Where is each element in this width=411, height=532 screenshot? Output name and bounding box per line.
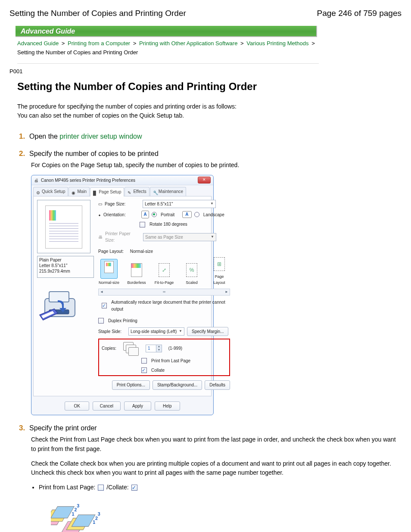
dialog-body: Plain Paper Letter 8.5"x11" 215.9x279.4m…	[33, 196, 212, 396]
duplex-checkbox[interactable]	[98, 318, 104, 324]
apply-button[interactable]: Apply	[124, 401, 151, 411]
thumb-label: Borderless	[126, 280, 147, 286]
checkbox-label: Collate	[151, 367, 165, 374]
breadcrumb-current: Setting the Number of Copies and Printin…	[17, 49, 138, 56]
divider	[17, 63, 319, 64]
pagesetup-icon: ▉	[93, 190, 97, 194]
step-title: Open the printer driver setup window	[29, 133, 142, 140]
layout-borderless[interactable]: Borderless	[126, 263, 147, 286]
step-number: 3.	[19, 424, 25, 432]
page-size-select[interactable]: Letter 8.5"x11" ▼	[143, 200, 216, 208]
quicksetup-icon: ⚙	[36, 190, 40, 194]
orientation-label: Orientation:	[103, 212, 139, 218]
checkbox-label: Automatically reduce large document that…	[111, 299, 230, 312]
svg-rect-13	[72, 515, 95, 526]
svg-text:1: 1	[93, 520, 95, 525]
page-preview	[37, 200, 90, 253]
copies-icon	[123, 342, 140, 355]
svg-text:2: 2	[74, 507, 77, 512]
breadcrumb-sep: >	[240, 40, 244, 47]
checkbox-unchecked-icon	[98, 485, 104, 491]
copies-value: 1	[148, 345, 150, 352]
breadcrumb-link[interactable]: Printing from a Computer	[68, 40, 130, 47]
thumb-label: Normal-size	[98, 280, 120, 286]
tab-effects[interactable]: ✎Effects	[125, 187, 149, 196]
printer-driver-link[interactable]: printer driver setup window	[59, 133, 142, 140]
help-button[interactable]: Help	[155, 401, 180, 411]
cancel-button[interactable]: Cancel	[93, 401, 121, 411]
layout-scaled[interactable]: % Scaled	[181, 263, 202, 286]
auto-reduce-checkbox[interactable]	[102, 303, 107, 308]
stamp-background-button[interactable]: Stamp/Background...	[153, 380, 202, 390]
copies-label: Copies:	[102, 345, 121, 352]
dialog-footer: OK Cancel Apply Help	[31, 398, 213, 415]
svg-text:2: 2	[95, 515, 98, 520]
svg-text:3: 3	[98, 511, 100, 516]
step-title: Specify the print order	[29, 424, 97, 432]
collate-illustration: 3 2 1 3 2 1	[51, 497, 109, 532]
specify-margin-button[interactable]: Specify Margin...	[187, 327, 228, 336]
effects-icon: ✎	[128, 190, 132, 194]
checkbox-checked-icon	[131, 485, 137, 491]
step-para: Check the Collate check box when you are…	[31, 459, 402, 478]
select-value: Same as Page Size	[145, 234, 183, 241]
page-title: Setting the Number of Copies and Printin…	[17, 81, 402, 93]
preferences-dialog: 🖨 Canon MP495 series Printer Printing Pr…	[31, 175, 214, 415]
layout-normal[interactable]: Normal-size	[98, 259, 120, 286]
close-button[interactable]: ✕	[198, 177, 211, 184]
intro-line: The procedure for specifying the number …	[17, 102, 402, 111]
portrait-radio[interactable]	[152, 212, 157, 217]
tab-maintenance[interactable]: 🔧Maintenance	[150, 187, 186, 196]
breadcrumb-sep: >	[62, 40, 65, 47]
layout-thumbs: Normal-size Borderless ⤢ Fit-to-Page	[98, 257, 230, 286]
print-last-page-checkbox[interactable]	[141, 358, 147, 364]
landscape-icon: A	[182, 211, 192, 218]
printer-paper-select: Same as Page Size ▼	[143, 233, 216, 242]
dialog-titlebar: 🖨 Canon MP495 series Printer Printing Pr…	[31, 175, 213, 185]
page-layout-value: Normal-size	[130, 248, 153, 255]
copies-spinner[interactable]: 1 ▲▼	[146, 345, 162, 352]
copies-range: (1-999)	[168, 345, 182, 352]
tab-page-setup[interactable]: ▉Page Setup	[90, 187, 124, 196]
step-text: Open the	[29, 133, 59, 140]
orient-icon: ⬥	[98, 212, 101, 218]
breadcrumb-link[interactable]: Advanced Guide	[17, 40, 59, 47]
breadcrumb-link[interactable]: Various Printing Methods	[246, 40, 308, 47]
list-item: Print from Last Page: /Collate: 3	[39, 483, 402, 532]
caption-line: Plain Paper	[39, 257, 92, 263]
doc-header-title: Setting the Number of Copies and Printin…	[9, 9, 186, 18]
maintenance-icon: 🔧	[153, 190, 157, 194]
breadcrumb-link[interactable]: Printing with Other Application Software	[139, 40, 237, 47]
collate-checkbox[interactable]	[141, 367, 147, 373]
page-counter: Page 246 of 759 pages	[317, 9, 402, 18]
print-options-button[interactable]: Print Options...	[112, 380, 150, 390]
layout-fit[interactable]: ⤢ Fit-to-Page	[153, 263, 175, 286]
landscape-radio[interactable]	[194, 212, 199, 217]
tab-main[interactable]: ◉Main	[68, 187, 90, 196]
tab-label: Main	[77, 188, 87, 195]
intro-line: You can also set the number of copies on…	[17, 111, 402, 120]
dialog-title: Canon MP495 series Printer Printing Pref…	[41, 177, 135, 184]
staple-select[interactable]: Long-side stapling (Left) ▼	[128, 327, 184, 336]
dropdown-icon: ▼	[211, 234, 214, 240]
bullet-text: Print from Last Page:	[39, 484, 97, 491]
page-size-label: Page Size:	[105, 201, 140, 208]
radio-label: Landscape	[203, 212, 224, 218]
preview-caption: Plain Paper Letter 8.5"x11" 215.9x279.4m…	[37, 256, 94, 278]
printer-paper-label: Printer Paper Size:	[105, 230, 140, 244]
checkbox-label: Duplex Printing	[108, 317, 137, 324]
tab-quick-setup[interactable]: ⚙Quick Setup	[33, 187, 68, 196]
step-title: Specify the number of copies to be print…	[29, 150, 159, 157]
rotate-180-checkbox[interactable]	[140, 222, 145, 227]
defaults-button[interactable]: Defaults	[205, 380, 230, 390]
select-value: Letter 8.5"x11"	[145, 201, 173, 208]
svg-text:1: 1	[72, 511, 75, 516]
layout-scrollbar[interactable]: ◄═►	[98, 289, 230, 296]
breadcrumb-sep: >	[133, 40, 137, 47]
tab-label: Quick Setup	[42, 188, 65, 195]
tab-label: Effects	[133, 188, 146, 195]
step-desc: For Copies on the Page Setup tab, specif…	[31, 161, 402, 170]
staple-label: Staple Side:	[98, 328, 126, 335]
layout-pagelayout[interactable]: ⊞ Page Layout	[209, 257, 230, 286]
ok-button[interactable]: OK	[65, 401, 89, 411]
